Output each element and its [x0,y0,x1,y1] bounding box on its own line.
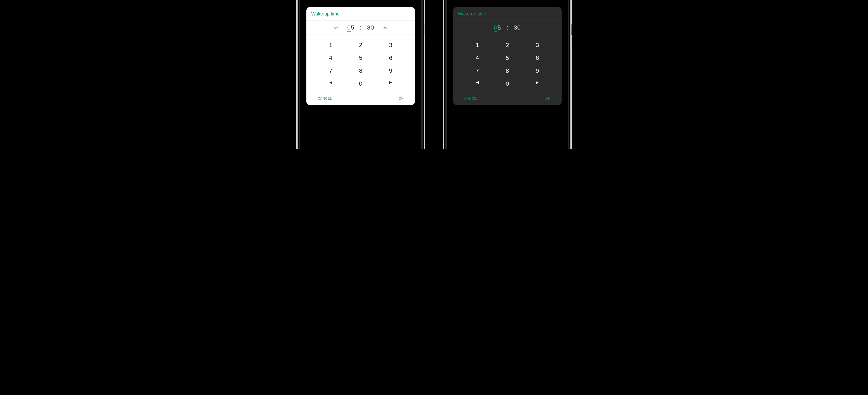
phone-screen: Wake-up time AM 05 : 30 PM 1 2 3 4 5 6 7… [303,0,418,149]
dialog-actions: CANCEL OK [453,93,562,105]
key-0[interactable]: 0 [492,80,522,87]
dialog-title: Wake-up time [453,7,562,20]
key-3[interactable]: 3 [522,41,552,49]
keypad: 1 2 3 4 5 6 7 8 9 ◀ 0 ▶ [306,35,415,93]
key-4[interactable]: 4 [462,55,492,61]
key-1[interactable]: 1 [462,41,492,49]
dialog-title: Wake-up time [306,7,415,20]
key-8[interactable]: 8 [346,67,375,74]
key-2[interactable]: 2 [346,41,375,49]
minute-display[interactable]: 30 [365,24,376,31]
chevron-left-icon[interactable]: ◀ [462,80,492,87]
minute-display[interactable]: 30 [512,24,523,31]
ok-button[interactable]: OK [399,97,404,100]
cancel-button[interactable]: CANCEL [318,97,332,100]
phone-light: Wake-up time AM 05 : 30 PM 1 2 3 4 5 6 7… [297,0,425,149]
chevron-right-icon[interactable]: ▶ [522,80,552,87]
hour-rest: 5 [497,24,501,31]
chevron-left-icon[interactable]: ◀ [316,80,346,87]
key-6[interactable]: 6 [522,55,552,61]
phone-screen: Wake-up time 05 : 30 1 2 3 4 5 6 7 8 9 ◀… [450,0,565,149]
key-9[interactable]: 9 [376,67,406,74]
keypad: 1 2 3 4 5 6 7 8 9 ◀ 0 ▶ [453,35,562,93]
key-7[interactable]: 7 [462,67,492,74]
key-6[interactable]: 6 [376,55,406,61]
pm-toggle[interactable]: PM [379,26,391,29]
time-picker-dialog: Wake-up time AM 05 : 30 PM 1 2 3 4 5 6 7… [306,7,415,105]
ok-button[interactable]: OK [545,97,550,100]
hour-rest: 5 [351,24,354,31]
key-1[interactable]: 1 [316,41,346,49]
time-colon: : [506,24,508,31]
key-9[interactable]: 9 [522,67,552,74]
key-0[interactable]: 0 [346,80,375,87]
time-picker-dialog: Wake-up time 05 : 30 1 2 3 4 5 6 7 8 9 ◀… [453,7,562,105]
phone-dark: Wake-up time 05 : 30 1 2 3 4 5 6 7 8 9 ◀… [443,0,571,149]
chevron-right-icon[interactable]: ▶ [376,80,406,87]
key-2[interactable]: 2 [492,41,522,49]
key-5[interactable]: 5 [492,55,522,61]
hour-lead: 0 [347,24,351,32]
hour-lead: 0 [494,24,497,32]
key-8[interactable]: 8 [492,67,522,74]
side-button-bottom[interactable] [571,37,571,46]
hour-display[interactable]: 05 [345,24,356,31]
dialog-actions: CANCEL OK [306,93,415,105]
time-colon: : [360,24,362,31]
side-button-top[interactable] [425,24,425,35]
key-7[interactable]: 7 [316,67,346,74]
time-display-row: AM 05 : 30 PM [306,21,415,35]
hour-display[interactable]: 05 [492,24,503,31]
side-button-top[interactable] [571,24,571,35]
key-4[interactable]: 4 [316,55,346,61]
side-button-bottom[interactable] [425,37,425,46]
am-toggle[interactable]: AM [331,26,342,29]
time-display-row: 05 : 30 [453,21,562,35]
cancel-button[interactable]: CANCEL [464,97,478,100]
key-3[interactable]: 3 [376,41,406,49]
key-5[interactable]: 5 [346,55,375,61]
